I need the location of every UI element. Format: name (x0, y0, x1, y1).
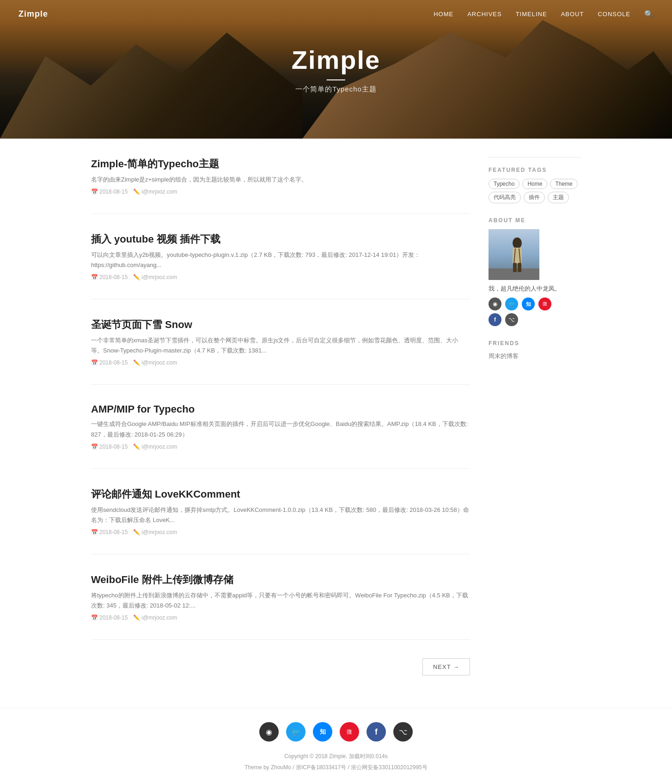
sidebar-facebook-icon[interactable]: f (489, 313, 501, 326)
sidebar-social-icons: ◉ 🐦 知 微 (489, 298, 581, 310)
footer: ◉ 🐦 知 微 f ⌥ Copyright © 2018 Zimple. 加载时… (0, 708, 672, 784)
main-nav: Zimple HOME ARCHIVES TIMELINE ABOUT CONS… (0, 0, 672, 28)
post-excerpt: 将typecho的附件上传到新浪微博的云存储中，不需要appid等，只要有一个小… (91, 590, 470, 611)
post-meta: 📅 2018-08-15 ✏️ i@mrjooz.com (91, 444, 470, 450)
featured-tags-heading: FEATURED TAGS (489, 167, 581, 173)
nav-console[interactable]: CONSOLE (598, 11, 630, 18)
post-item: AMP/MIP for Typecho 一键生成符合Google AMP/Bai… (91, 403, 470, 468)
friends-section: FRIENDS 周末的博客 (489, 340, 581, 360)
post-excerpt: 一个非常简单的xmas圣诞节下雪插件，可以在整个网页中标雪。原生js文件，后台可… (91, 335, 470, 356)
svg-rect-7 (518, 263, 521, 272)
tag-plugin[interactable]: 插件 (524, 192, 545, 203)
hero-content: Zimple 一个简单的Typecho主题 (292, 45, 380, 94)
tag-typecho[interactable]: Typecho (489, 179, 519, 189)
post-item: WeiboFile 附件上传到微博存储 将typecho的附件上传到新浪微博的云… (91, 573, 470, 640)
nav-links: HOME ARCHIVES TIMELINE ABOUT CONSOLE 🔍 (434, 10, 654, 18)
friends-heading: FRIENDS (489, 340, 581, 346)
post-date: 📅 2018-08-15 (91, 188, 128, 195)
footer-weibo-icon[interactable]: 微 (340, 722, 359, 741)
footer-theme-line: Theme by ZhouMo / 浙ICP备18033417号 / 浙公网安备… (0, 762, 672, 773)
post-author: ✏️ i@mrjooz.com (133, 188, 177, 195)
footer-text: Copyright © 2018 Zimple. 加载时间0.014s Them… (0, 751, 672, 784)
search-icon[interactable]: 🔍 (644, 10, 654, 18)
post-author: ✏️ i@mrjooz.com (133, 614, 177, 621)
nav-archives[interactable]: ARCHIVES (467, 11, 501, 18)
about-me-section: ABOUT ME (489, 217, 581, 326)
site-logo[interactable]: Zimple (18, 9, 48, 19)
post-item: 评论邮件通知 LoveKKComment 使用sendcloud发送评论邮件通知… (91, 487, 470, 554)
post-author: ✏️ i@mrjooz.com (133, 274, 177, 280)
post-title[interactable]: Zimple-简单的Typecho主题 (91, 157, 470, 171)
about-bio: 我，超凡绝伦的人中龙凤。 (489, 285, 581, 293)
post-excerpt: 可以向文章里插入y2b视频。youtube-typecho-plugin.v.1… (91, 250, 470, 270)
footer-facebook-icon[interactable]: f (367, 722, 386, 741)
svg-rect-6 (513, 263, 517, 272)
svg-point-2 (513, 237, 522, 249)
post-author: ✏️ i@mrjooz.com (133, 529, 177, 535)
post-title[interactable]: 圣诞节页面下雪 Snow (91, 318, 470, 332)
sidebar-social-icons-2: f ⌥ (489, 313, 581, 326)
about-photo (489, 229, 539, 280)
post-date: 📅 2018-08-15 (91, 529, 128, 535)
post-title[interactable]: 插入 youtube 视频 插件下载 (91, 232, 470, 246)
footer-twitter-icon[interactable]: 🐦 (286, 722, 305, 741)
post-excerpt: 名字的由来Zimple是z+simple的组合，因为主题比较简单，所以就用了这个… (91, 175, 470, 185)
sidebar-top-line (489, 157, 581, 158)
nav-home[interactable]: HOME (434, 11, 453, 18)
post-date: 📅 2018-08-15 (91, 444, 128, 450)
sidebar-github-icon[interactable]: ⌥ (505, 313, 518, 326)
featured-tags-section: FEATURED TAGS Typecho Home Theme 代码高亮 插件… (489, 167, 581, 203)
post-meta: 📅 2018-08-15 ✏️ i@mrjooz.com (91, 359, 470, 366)
person-silhouette (489, 229, 539, 280)
post-title[interactable]: AMP/MIP for Typecho (91, 403, 470, 415)
next-button[interactable]: NEXT → (422, 658, 470, 675)
post-meta: 📅 2018-08-15 ✏️ i@mrjooz.com (91, 529, 470, 535)
nav-about[interactable]: ABOUT (561, 11, 584, 18)
post-date: 📅 2018-08-15 (91, 614, 128, 621)
footer-zhihu-icon[interactable]: 知 (313, 722, 332, 741)
tag-code-highlight[interactable]: 代码高亮 (489, 192, 521, 203)
post-meta: 📅 2018-08-15 ✏️ i@mrjooz.com (91, 188, 470, 195)
post-meta: 📅 2018-08-15 ✏️ i@mrjooz.com (91, 614, 470, 621)
tag-theme[interactable]: Theme (550, 179, 577, 189)
post-item: 插入 youtube 视频 插件下载 可以向文章里插入y2b视频。youtube… (91, 232, 470, 299)
sidebar-weibo-icon[interactable]: 微 (538, 298, 551, 310)
featured-tags-list: Typecho Home Theme 代码高亮 插件 主题 (489, 179, 581, 203)
sidebar: FEATURED TAGS Typecho Home Theme 代码高亮 插件… (489, 157, 581, 689)
post-title[interactable]: 评论邮件通知 LoveKKComment (91, 487, 470, 501)
about-me-heading: ABOUT ME (489, 217, 581, 224)
footer-github-icon[interactable]: ⌥ (393, 722, 413, 741)
friends-link[interactable]: 周末的博客 (489, 352, 581, 360)
post-author: ✏️ i@mrjooz.com (133, 444, 177, 450)
post-date: 📅 2018-08-15 (91, 359, 128, 366)
post-author: ✏️ i@mrjooz.com (133, 359, 177, 366)
post-excerpt: 一键生成符合Google AMP/Baidu MIP标准相关页面的插件，开启后可… (91, 419, 470, 439)
posts-area: Zimple-简单的Typecho主题 名字的由来Zimple是z+simple… (91, 157, 470, 689)
post-title[interactable]: WeiboFile 附件上传到微博存储 (91, 573, 470, 587)
sidebar-rss-icon[interactable]: ◉ (489, 298, 501, 310)
post-item: 圣诞节页面下雪 Snow 一个非常简单的xmas圣诞节下雪插件，可以在整个网页中… (91, 318, 470, 385)
post-date: 📅 2018-08-15 (91, 274, 128, 280)
tag-theme2[interactable]: 主题 (548, 192, 569, 203)
post-excerpt: 使用sendcloud发送评论邮件通知，摒弃掉smtp方式。LoveKKComm… (91, 505, 470, 525)
about-photo-bg (489, 229, 539, 280)
nav-timeline[interactable]: TIMELINE (516, 11, 547, 18)
hero-divider (327, 79, 345, 80)
footer-rss-icon[interactable]: ◉ (259, 722, 279, 741)
hero-subtitle: 一个简单的Typecho主题 (292, 85, 380, 94)
post-item: Zimple-简单的Typecho主题 名字的由来Zimple是z+simple… (91, 157, 470, 214)
pagination: NEXT → (91, 658, 470, 689)
sidebar-twitter-icon[interactable]: 🐦 (505, 298, 518, 310)
sidebar-zhihu-icon[interactable]: 知 (522, 298, 535, 310)
footer-copyright: Copyright © 2018 Zimple. 加载时间0.014s (0, 751, 672, 762)
hero-title: Zimple (292, 45, 380, 75)
main-wrapper: Zimple-简单的Typecho主题 名字的由来Zimple是z+simple… (82, 139, 590, 708)
tag-home[interactable]: Home (522, 179, 547, 189)
post-meta: 📅 2018-08-15 ✏️ i@mrjooz.com (91, 274, 470, 280)
footer-socials: ◉ 🐦 知 微 f ⌥ (0, 708, 672, 751)
